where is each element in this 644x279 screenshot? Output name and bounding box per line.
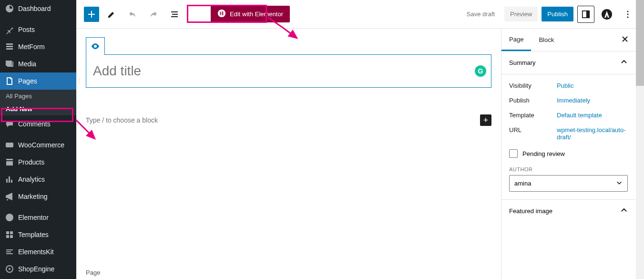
svg-rect-10: [586, 10, 589, 17]
grammarly-icon[interactable]: G: [475, 65, 486, 77]
author-select[interactable]: amina: [509, 175, 628, 192]
pending-review-checkbox[interactable]: [509, 149, 518, 158]
section-summary-header[interactable]: Summary: [501, 52, 635, 74]
sidebar-item-dashboard[interactable]: Dashboard: [0, 0, 76, 17]
settings-toggle-button[interactable]: [577, 6, 594, 23]
svg-rect-5: [220, 11, 221, 15]
block-placeholder[interactable]: Type / to choose a block +: [86, 116, 491, 124]
publish-button[interactable]: Publish: [542, 7, 573, 21]
page-title-input[interactable]: [86, 55, 491, 87]
template-value[interactable]: Default template: [557, 112, 628, 119]
woo-icon: [5, 140, 14, 150]
metform-icon: [5, 42, 14, 52]
sidebar-item-analytics[interactable]: Analytics: [0, 171, 76, 188]
sidebar-item-metform[interactable]: MetForm: [0, 38, 76, 55]
url-label: URL: [509, 126, 557, 141]
sidebar-item-label: Dashboard: [18, 5, 51, 12]
sidebar-item-label: MetForm: [18, 43, 45, 51]
elementor-button-label: Edit with Elementor: [230, 10, 283, 18]
block-placeholder-text: Type / to choose a block: [86, 116, 158, 124]
chevron-down-icon: [616, 179, 623, 187]
sidebar-item-label: Media: [18, 60, 36, 68]
title-block[interactable]: G: [86, 54, 491, 88]
author-heading: AUTHOR: [509, 166, 628, 172]
publish-label: Publish: [509, 97, 557, 104]
chevron-up-icon: [620, 207, 628, 216]
chevron-up-icon: [620, 58, 628, 67]
astra-button[interactable]: [598, 6, 615, 23]
svg-rect-6: [222, 11, 224, 12]
templates-icon: [5, 230, 14, 239]
visibility-label: Visibility: [509, 82, 557, 89]
sidebar-sub-allpages[interactable]: All Pages: [0, 90, 76, 103]
url-value[interactable]: wpmet-testing.local/auto-draft/: [557, 126, 628, 141]
sidebar-item-woocommerce[interactable]: WooCommerce: [0, 136, 76, 154]
sidebar-item-label: Templates: [18, 231, 49, 238]
section-featured-header[interactable]: Featured image: [501, 200, 635, 222]
dashboard-icon: [5, 4, 14, 13]
sidebar-item-label: ElementsKit: [18, 248, 54, 256]
sidebar-submenu: All Pages Add New: [0, 90, 76, 115]
comments-icon: [5, 119, 14, 129]
shopengine-icon: [5, 264, 14, 274]
sidebar-item-marketing[interactable]: Marketing: [0, 188, 76, 205]
sidebar-item-label: Comments: [18, 120, 51, 128]
close-panel-button[interactable]: [614, 29, 635, 51]
add-block-inline-button[interactable]: +: [480, 114, 491, 126]
sidebar-item-label: Pages: [18, 77, 37, 85]
elementor-icon: [5, 213, 14, 222]
sidebar-sub-addnew[interactable]: Add New: [0, 103, 76, 115]
eye-icon[interactable]: [86, 37, 105, 55]
svg-point-3: [9, 268, 10, 270]
document-overview-button[interactable]: [166, 6, 183, 23]
svg-point-12: [627, 10, 629, 12]
sidebar-item-label: WooCommerce: [18, 141, 64, 149]
visibility-value[interactable]: Public: [557, 82, 628, 89]
sidebar-item-products[interactable]: Products: [0, 154, 76, 171]
products-icon: [5, 157, 14, 167]
preview-button[interactable]: Preview: [504, 7, 538, 21]
pages-icon: [5, 76, 14, 86]
sidebar-item-label: Products: [18, 158, 44, 166]
edit-mode-button[interactable]: [103, 6, 120, 23]
admin-sidebar: Dashboard Posts MetForm Media Pages All …: [0, 0, 76, 279]
media-icon: [5, 59, 14, 69]
publish-value[interactable]: Immediately: [557, 97, 628, 104]
add-block-button[interactable]: [84, 7, 99, 22]
sidebar-item-comments[interactable]: Comments: [0, 115, 76, 133]
undo-button[interactable]: [124, 6, 141, 23]
sidebar-item-label: ShopEngine: [18, 265, 54, 273]
scrollbar-thumb[interactable]: [636, 0, 644, 86]
sidebar-item-label: Elementor: [18, 214, 49, 221]
sidebar-item-elementskit[interactable]: ElementsKit: [0, 243, 76, 260]
sidebar-item-templates[interactable]: Templates: [0, 226, 76, 243]
pending-review-label: Pending review: [522, 150, 565, 157]
author-value: amina: [514, 180, 531, 187]
breadcrumb-footer[interactable]: Page: [86, 266, 100, 279]
svg-rect-7: [222, 13, 224, 14]
scrollbar-track[interactable]: [636, 0, 644, 279]
panel-tabs: Page Block: [501, 29, 635, 52]
svg-rect-0: [6, 143, 13, 147]
featured-label: Featured image: [509, 207, 552, 215]
editor-canvas: G Type / to choose a block +: [76, 29, 501, 279]
analytics-icon: [5, 175, 14, 184]
sidebar-item-posts[interactable]: Posts: [0, 21, 76, 38]
edit-with-elementor-button[interactable]: Edit with Elementor: [211, 6, 290, 22]
save-draft-button[interactable]: Save draft: [461, 7, 501, 21]
sidebar-item-shopengine[interactable]: ShopEngine: [0, 260, 76, 278]
elementskit-icon: [5, 247, 14, 257]
elementor-logo-icon: [217, 9, 226, 19]
tab-page[interactable]: Page: [501, 29, 531, 51]
summary-body: VisibilityPublic PublishImmediately Temp…: [501, 74, 635, 200]
sidebar-item-media[interactable]: Media: [0, 55, 76, 72]
svg-point-14: [627, 16, 629, 18]
sidebar-item-label: Analytics: [18, 176, 45, 183]
sidebar-item-label: Marketing: [18, 193, 47, 200]
redo-button[interactable]: [145, 6, 162, 23]
more-options-button[interactable]: [619, 6, 636, 23]
sidebar-item-elementor[interactable]: Elementor: [0, 209, 76, 226]
editor-toolbar: Edit with Elementor Save draft Preview P…: [76, 0, 644, 29]
sidebar-item-pages[interactable]: Pages: [0, 72, 76, 90]
tab-block[interactable]: Block: [531, 30, 562, 50]
